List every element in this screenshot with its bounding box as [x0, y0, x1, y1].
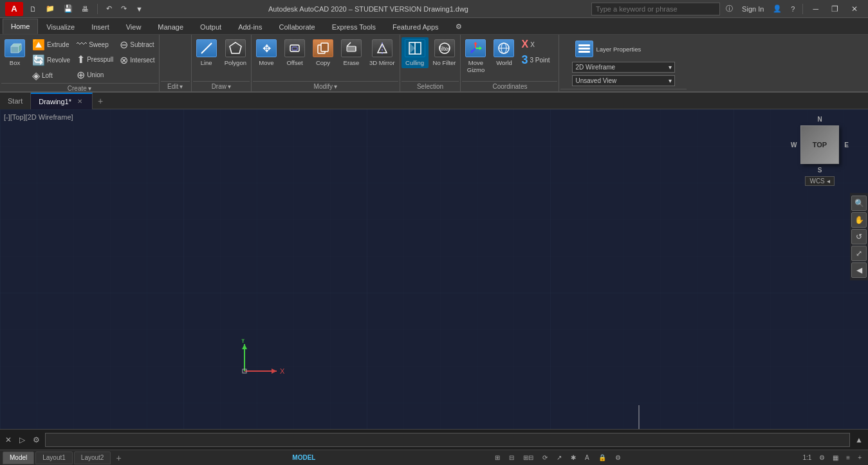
tab-start[interactable]: Start	[0, 93, 31, 109]
minimize-button[interactable]: ─	[808, 3, 824, 15]
create-group-label[interactable]: Create ▾	[1, 83, 158, 93]
culling-button[interactable]: Culling	[402, 37, 429, 68]
3point-button[interactable]: 3 3 Point	[519, 52, 557, 68]
erase-button[interactable]: Erase	[338, 37, 365, 68]
coordinates-group-label[interactable]: Coordinates	[462, 81, 557, 91]
tab-featured[interactable]: Featured Apps	[384, 19, 447, 34]
ducs-toggle[interactable]: 🔒	[596, 453, 609, 462]
dynmode-toggle[interactable]: ⚙	[613, 453, 623, 462]
3dmirror-button[interactable]: 3D Mirror	[366, 37, 398, 68]
revolve-button[interactable]: 🔄 Revolve	[30, 53, 73, 68]
restore-button[interactable]: ❐	[826, 3, 844, 15]
save-button[interactable]: 💾	[61, 3, 75, 14]
viewport-container[interactable]: [-][Top][2D Wireframe] X Y N S W	[0, 109, 868, 429]
wireframe-dropdown[interactable]: 2D Wireframe ▾	[572, 62, 675, 73]
command-input[interactable]	[45, 433, 850, 447]
nofilter-button[interactable]: filter No Filter	[430, 37, 459, 68]
search-input[interactable]	[591, 3, 720, 15]
layer-properties-button[interactable]: Layer Properties	[572, 39, 644, 60]
annotation-scale[interactable]: 1:1	[800, 453, 814, 462]
draw-group-content: Line Polygon	[193, 37, 250, 81]
otrack-toggle[interactable]: A	[582, 453, 592, 462]
offset-button[interactable]: Offset	[281, 37, 308, 68]
redo-button[interactable]: ↷	[118, 3, 129, 14]
move-label: Move	[259, 59, 273, 66]
help-button[interactable]: ?	[788, 4, 798, 14]
3point-icon: 3	[521, 53, 528, 67]
presspull-button[interactable]: ⬆ Presspull	[74, 52, 116, 67]
draw-group-label[interactable]: Draw ▾	[193, 81, 250, 91]
tab-close-icon[interactable]: ✕	[75, 97, 84, 105]
osnap-toggle[interactable]: ↗	[554, 453, 564, 462]
layout-add-button[interactable]: +	[112, 451, 125, 464]
tab-addins[interactable]: Add-ins	[230, 19, 270, 34]
zoom-button[interactable]: 🔍	[851, 196, 867, 211]
customize-button[interactable]: ▼	[133, 4, 145, 14]
modify-group-label[interactable]: Modify ▾	[253, 81, 398, 91]
polygon-icon	[225, 39, 246, 57]
union-button[interactable]: ⊕ Union	[74, 68, 116, 82]
navcube[interactable]: N S W E TOP WCS ◂	[791, 116, 849, 193]
tab-express[interactable]: Express Tools	[324, 19, 384, 34]
open-button[interactable]: 📁	[43, 3, 57, 14]
zoom-extents-button[interactable]: ⤢	[851, 246, 867, 261]
cmd-input-settings-button[interactable]: ⚙	[30, 434, 42, 446]
polar-toggle[interactable]: ⟳	[540, 453, 550, 462]
info-button[interactable]: ⓘ	[723, 3, 736, 15]
box-button[interactable]: Box	[1, 37, 28, 68]
layout-tab-2[interactable]: Layout2	[74, 451, 111, 464]
movegizmo-button[interactable]: MoveGizmo	[462, 37, 489, 76]
tab-visualize[interactable]: Visualize	[38, 19, 83, 34]
create-col3: 〰 Sweep ⬆ Presspull ⊕ Union	[74, 37, 116, 82]
pan-button[interactable]: ✋	[851, 212, 867, 228]
close-button[interactable]: ✕	[846, 3, 863, 15]
grid-toggle[interactable]: ⊞	[492, 453, 503, 462]
tab-view[interactable]: View	[118, 19, 150, 34]
orbit-button[interactable]: ↺	[851, 229, 867, 244]
undo-button[interactable]: ↶	[104, 3, 115, 14]
tab-add-button[interactable]: +	[93, 95, 108, 107]
tab-collaborate[interactable]: Collaborate	[270, 19, 323, 34]
tab-manage[interactable]: Manage	[149, 19, 192, 34]
cmd-recent-button[interactable]: ▷	[17, 434, 28, 446]
world-button[interactable]: World	[490, 37, 517, 68]
layout-tab-1[interactable]: Layout1	[35, 451, 73, 464]
tab-insert[interactable]: Insert	[83, 19, 118, 34]
isolate-objects[interactable]: ▦	[830, 453, 841, 462]
svg-rect-31	[578, 51, 590, 53]
view-dropdown[interactable]: Unsaved View ▾	[572, 75, 675, 86]
tab-home[interactable]: Home	[3, 19, 38, 34]
snap-toggle[interactable]: ⊟	[506, 453, 517, 462]
plot-button[interactable]: 🖶	[79, 4, 91, 14]
selection-group-label[interactable]: Selection	[402, 81, 459, 91]
extrude-button[interactable]: 🔼 Extrude	[30, 37, 73, 52]
intersect-button[interactable]: ⊗ Intersect	[117, 53, 157, 68]
3dosnap-toggle[interactable]: ✱	[568, 453, 578, 462]
ortho-toggle[interactable]: ⊞⊟	[521, 453, 536, 462]
line-button[interactable]: Line	[193, 37, 220, 68]
account-button[interactable]: 👤	[770, 3, 785, 14]
signin-button[interactable]: Sign In	[739, 4, 767, 14]
polygon-button[interactable]: Polygon	[221, 37, 250, 68]
loft-button[interactable]: ◈ Loft	[30, 68, 73, 83]
hardware-accel[interactable]: ≡	[844, 453, 853, 462]
new-button[interactable]: 🗋	[27, 4, 39, 14]
tab-drawing1[interactable]: Drawing1* ✕	[31, 93, 93, 109]
cube-face-top[interactable]: TOP	[800, 125, 839, 164]
tab-settings[interactable]: ⚙	[447, 19, 470, 34]
wcs-button[interactable]: WCS ◂	[805, 176, 834, 186]
back-view-button[interactable]: ◀	[851, 262, 867, 278]
sweep-button[interactable]: 〰 Sweep	[74, 37, 116, 51]
clean-screen[interactable]: +	[855, 453, 864, 462]
subtract-button[interactable]: ⊖ Subtract	[117, 37, 157, 52]
layout-tab-model[interactable]: Model	[3, 451, 34, 464]
x-button[interactable]: X X	[519, 37, 557, 51]
copy-button[interactable]: Copy	[309, 37, 337, 68]
status-bar: MODEL ⊞ ⊟ ⊞⊟ ⟳ ↗ ✱ A 🔒 ⚙ 1:1 ⚙ ▦ ≡ +	[288, 450, 868, 466]
tab-output[interactable]: Output	[192, 19, 230, 34]
move-button[interactable]: ✥ Move	[253, 37, 280, 68]
edit-group-label[interactable]: Edit ▾	[161, 81, 190, 91]
workspace-settings[interactable]: ⚙	[817, 453, 827, 462]
cmd-expand-button[interactable]: ▲	[853, 434, 865, 446]
cmd-clear-button[interactable]: ✕	[3, 434, 14, 446]
